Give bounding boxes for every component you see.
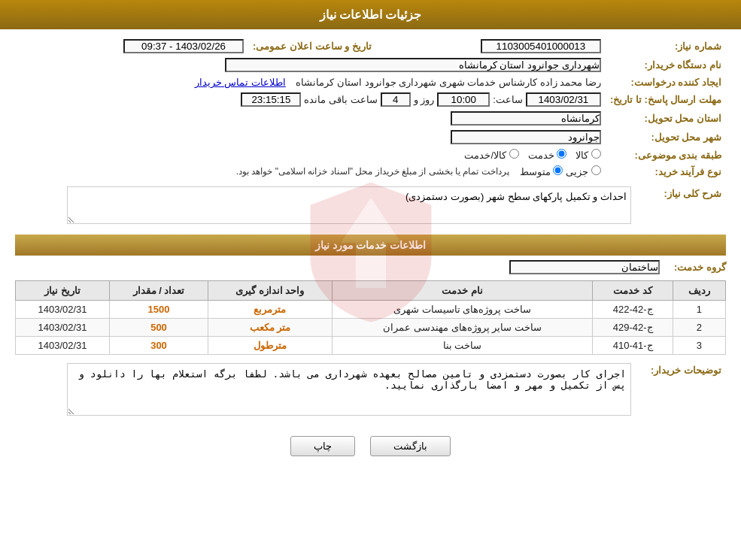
table-cell: مترمربع (208, 301, 332, 319)
need-number-value (387, 37, 606, 56)
announce-label: تاریخ و ساعت اعلان عمومی: (248, 37, 387, 56)
purchase-type-row: جزیی متوسط پرداخت تمام یا بخشی از مبلغ خ… (20, 165, 601, 177)
services-table-body: 1ج-42-422ساخت پروژه‌های تاسیسات شهریمترم… (16, 301, 726, 355)
city-value (15, 128, 606, 147)
table-cell: ج-42-422 (593, 301, 673, 319)
province-input[interactable] (451, 111, 601, 126)
province-label: استان محل تحویل: (606, 109, 726, 128)
table-cell: 3 (673, 337, 725, 355)
notes-table: توضیحات خریدار: (15, 361, 726, 420)
purchase-option-jozi[interactable]: جزیی (566, 165, 601, 177)
category-radio-kala-khedmat[interactable] (509, 149, 519, 159)
deadline-row: ساعت: روز و ساعت باقی مانده (20, 92, 601, 107)
deadline-time-label: ساعت: (493, 94, 523, 105)
page-container: جزئیات اطلاعات نیاز شماره نیاز: تاریخ و … (0, 0, 741, 560)
category-option-khedmat[interactable]: خدمت (528, 149, 567, 161)
announce-value (29, 37, 248, 56)
category-radio-kala[interactable] (591, 149, 601, 159)
buyer-name-label: نام دستگاه خریدار: (606, 56, 726, 74)
deadline-remaining-input[interactable] (241, 92, 301, 107)
table-cell: 2 (673, 319, 725, 337)
header-title: جزئیات اطلاعات نیاز (320, 8, 422, 21)
table-cell: ج-41-410 (593, 337, 673, 355)
announce-input[interactable] (123, 39, 244, 53)
description-label: شرح کلی نیاز: (636, 184, 726, 229)
city-input[interactable] (451, 130, 601, 144)
province-value (15, 109, 606, 128)
deadline-date-input[interactable] (526, 92, 601, 107)
category-option-kala-khedmat[interactable]: کالا/خدمت (464, 149, 518, 161)
services-header: اطلاعات خدمات مورد نیاز (15, 235, 726, 256)
table-cell: 300 (110, 337, 208, 355)
category-option-kala[interactable]: کالا (575, 149, 601, 161)
need-number-label: شماره نیاز: (606, 37, 726, 56)
col-date: تاریخ نیاز (16, 281, 110, 301)
deadline-remaining-label: ساعت باقی مانده (304, 94, 377, 105)
services-table: ردیف کد خدمت نام خدمت واحد اندازه گیری ت… (15, 280, 726, 355)
creator-text: رضا محمد زاده کارشناس خدمات شهری شهرداری… (296, 77, 601, 88)
main-info-table: شماره نیاز: تاریخ و ساعت اعلان عمومی: نا… (15, 37, 726, 180)
table-cell: ساخت پروژه‌های تاسیسات شهری (332, 301, 593, 319)
purchase-option-mottavaset[interactable]: متوسط (520, 165, 563, 177)
table-cell: 1403/02/31 (16, 301, 110, 319)
table-cell: 1403/02/31 (16, 319, 110, 337)
print-button[interactable]: چاپ (290, 436, 355, 456)
col-code: کد خدمت (593, 281, 673, 301)
notes-textarea[interactable] (67, 363, 631, 416)
deadline-label: مهلت ارسال پاسخ: تا تاریخ: (606, 90, 726, 109)
col-unit: واحد اندازه گیری (208, 281, 332, 301)
creator-value: رضا محمد زاده کارشناس خدمات شهری شهرداری… (29, 74, 606, 90)
col-quantity: تعداد / مقدار (110, 281, 208, 301)
creator-label: ایجاد کننده درخواست: (606, 74, 726, 90)
table-cell: مترطول (208, 337, 332, 355)
need-number-input[interactable] (481, 39, 601, 53)
deadline-days-label: روز و (414, 94, 435, 105)
deadline-time-input[interactable] (437, 92, 490, 107)
city-label: شهر محل تحویل: (606, 128, 726, 147)
table-row: 2ج-42-429ساخت سایر پروژه‌های مهندسی عمرا… (16, 319, 726, 337)
col-name: نام خدمت (332, 281, 593, 301)
purchase-note: پرداخت تمام یا بخشی از مبلغ خریداز محل "… (236, 166, 509, 177)
table-cell: 1 (673, 301, 725, 319)
group-service-input[interactable] (509, 260, 660, 274)
services-table-header-row: ردیف کد خدمت نام خدمت واحد اندازه گیری ت… (16, 281, 726, 301)
category-label: طبقه بندی موضوعی: (606, 147, 726, 163)
back-button[interactable]: بازگشت (370, 436, 451, 456)
col-row: ردیف (673, 281, 725, 301)
bottom-buttons: بازگشت چاپ (15, 425, 726, 464)
group-service-row: گروه خدمت: (15, 260, 726, 274)
buyer-name-input[interactable] (225, 58, 601, 72)
table-cell: متر مکعب (208, 319, 332, 337)
table-cell: ساخت بنا (332, 337, 593, 355)
purchase-type-label: نوع فرآیند خرید: (606, 163, 726, 180)
table-cell: ساخت سایر پروژه‌های مهندسی عمران (332, 319, 593, 337)
category-radio-group: کالا خدمت کالا/خدمت (20, 149, 601, 161)
table-row: 3ج-41-410ساخت بنامترطول3001403/02/31 (16, 337, 726, 355)
page-header: جزئیات اطلاعات نیاز (0, 0, 741, 29)
table-row: 1ج-42-422ساخت پروژه‌های تاسیسات شهریمترم… (16, 301, 726, 319)
purchase-radio-mottavaset[interactable] (553, 165, 563, 175)
group-service-label: گروه خدمت: (666, 262, 726, 273)
notes-label: توضیحات خریدار: (636, 361, 726, 420)
contact-link[interactable]: اطلاعات تماس خریدار (195, 77, 286, 88)
buyer-name-value (15, 56, 606, 74)
purchase-radio-jozi[interactable] (591, 165, 601, 175)
deadline-days-input[interactable] (381, 92, 411, 107)
description-table: شرح کلی نیاز: (15, 184, 726, 229)
table-cell: ج-42-429 (593, 319, 673, 337)
description-textarea[interactable] (67, 186, 631, 224)
table-cell: 500 (110, 319, 208, 337)
table-cell: 1500 (110, 301, 208, 319)
category-radio-khedmat[interactable] (557, 149, 566, 159)
table-cell: 1403/02/31 (16, 337, 110, 355)
